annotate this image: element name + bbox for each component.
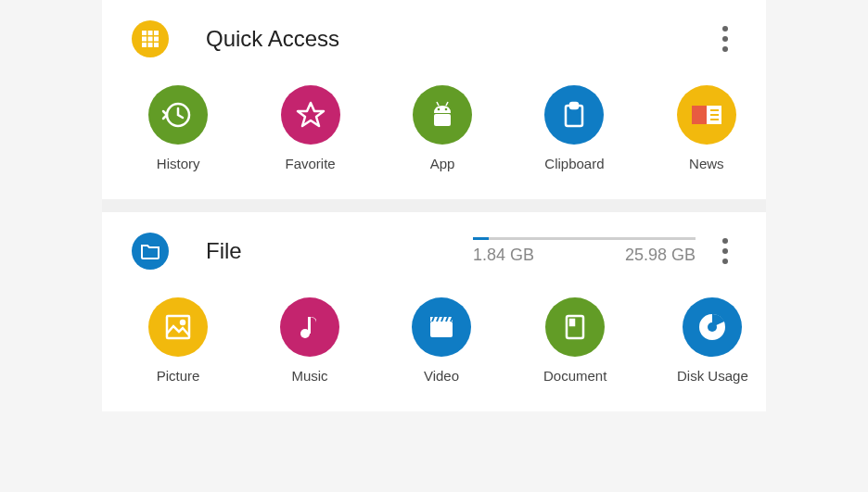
storage-indicator: 1.84 GB 25.98 GB (473, 237, 696, 265)
section-divider (102, 199, 766, 212)
news-icon (677, 85, 736, 145)
quick-item-app[interactable]: App (413, 85, 472, 171)
svg-rect-22 (167, 316, 189, 338)
svg-rect-18 (692, 106, 707, 124)
svg-point-29 (708, 322, 717, 332)
svg-rect-0 (142, 31, 147, 35)
file-title: File (206, 238, 242, 264)
item-label: Favorite (286, 156, 336, 171)
storage-total: 25.98 GB (625, 246, 696, 265)
svg-rect-7 (148, 43, 153, 47)
svg-point-11 (438, 108, 440, 111)
svg-line-14 (446, 102, 448, 106)
grid-icon (132, 20, 169, 57)
item-label: Clipboard (544, 156, 604, 171)
quick-item-news[interactable]: News (677, 85, 736, 171)
quick-access-grid: History Favorite App Clipboard News (132, 85, 736, 171)
file-grid: Picture Music Video Document Disk Usage (132, 297, 736, 384)
svg-rect-3 (142, 37, 147, 42)
svg-rect-28 (570, 320, 574, 325)
clipboard-icon (544, 85, 604, 145)
quick-item-clipboard[interactable]: Clipboard (544, 85, 604, 171)
svg-point-23 (181, 321, 185, 324)
svg-point-12 (445, 108, 448, 111)
history-icon (148, 85, 208, 145)
file-item-video[interactable]: Video (412, 297, 471, 384)
svg-rect-1 (148, 31, 153, 35)
star-icon (281, 85, 340, 145)
svg-rect-10 (434, 114, 451, 126)
svg-rect-2 (154, 31, 159, 35)
quick-access-header: Quick Access (132, 20, 736, 57)
svg-rect-26 (430, 322, 453, 337)
item-label: App (430, 156, 455, 171)
file-header: File 1.84 GB 25.98 GB (132, 233, 736, 270)
svg-rect-4 (148, 37, 153, 42)
disk-icon (683, 297, 742, 357)
picture-icon (148, 297, 208, 357)
svg-rect-16 (570, 103, 578, 108)
file-item-music[interactable]: Music (280, 297, 339, 384)
item-label: Video (424, 368, 459, 384)
file-menu-button[interactable] (714, 238, 736, 264)
file-item-diskusage[interactable]: Disk Usage (679, 297, 746, 384)
storage-fill (473, 237, 489, 240)
quick-access-menu-button[interactable] (714, 26, 736, 52)
item-label: Music (291, 368, 327, 384)
quick-item-favorite[interactable]: Favorite (280, 85, 339, 171)
quick-item-history[interactable]: History (148, 85, 208, 171)
svg-rect-5 (154, 37, 159, 42)
svg-rect-6 (142, 43, 147, 47)
item-label: Document (543, 368, 606, 384)
item-label: History (157, 156, 200, 171)
item-label: News (689, 156, 724, 171)
music-icon (280, 297, 339, 357)
document-icon (545, 297, 605, 357)
video-icon (412, 297, 471, 357)
file-item-document[interactable]: Document (543, 297, 606, 384)
svg-line-13 (437, 102, 439, 106)
quick-access-title: Quick Access (206, 26, 339, 52)
file-item-picture[interactable]: Picture (148, 297, 208, 384)
svg-rect-8 (154, 43, 159, 47)
storage-used: 1.84 GB (473, 246, 534, 265)
item-label: Disk Usage (677, 368, 748, 384)
storage-bar (473, 237, 696, 240)
file-section: File 1.84 GB 25.98 GB Picture Music (102, 212, 766, 411)
folder-icon (132, 233, 169, 270)
svg-rect-25 (308, 317, 311, 334)
android-icon (413, 85, 472, 145)
item-label: Picture (157, 368, 200, 384)
quick-access-section: Quick Access History Favorite App (102, 0, 766, 199)
